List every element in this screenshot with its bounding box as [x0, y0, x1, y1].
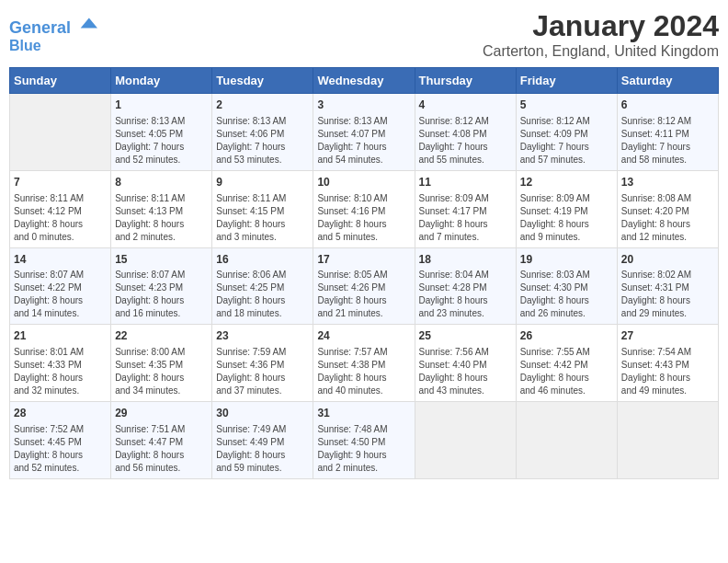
- cell-content: Sunrise: 8:13 AM Sunset: 4:07 PM Dayligh…: [317, 115, 410, 167]
- cell-content: Sunrise: 8:01 AM Sunset: 4:33 PM Dayligh…: [14, 346, 107, 397]
- cell-content: Sunrise: 7:55 AM Sunset: 4:42 PM Dayligh…: [520, 346, 613, 397]
- cell-content: Sunrise: 8:09 AM Sunset: 4:19 PM Dayligh…: [520, 192, 613, 244]
- day-number: 26: [520, 328, 613, 344]
- calendar-cell: 30Sunrise: 7:49 AM Sunset: 4:49 PM Dayli…: [212, 402, 313, 479]
- calendar-cell: 11Sunrise: 8:09 AM Sunset: 4:17 PM Dayli…: [415, 170, 516, 247]
- day-number: 3: [317, 98, 410, 113]
- cell-content: Sunrise: 8:12 AM Sunset: 4:09 PM Dayligh…: [520, 115, 613, 167]
- calendar-cell: 2Sunrise: 8:13 AM Sunset: 4:06 PM Daylig…: [212, 94, 313, 171]
- day-number: 21: [14, 328, 107, 344]
- day-number: 24: [317, 328, 410, 344]
- calendar-table: SundayMondayTuesdayWednesdayThursdayFrid…: [9, 67, 719, 479]
- cell-content: Sunrise: 7:51 AM Sunset: 4:47 PM Dayligh…: [115, 423, 208, 475]
- day-number: 15: [115, 252, 208, 268]
- header: General Blue January 2024 Carterton, Eng…: [9, 9, 719, 60]
- header-wednesday: Wednesday: [313, 68, 415, 94]
- day-number: 1: [115, 98, 208, 113]
- calendar-cell: 23Sunrise: 7:59 AM Sunset: 4:36 PM Dayli…: [212, 325, 313, 402]
- day-number: 12: [520, 175, 613, 190]
- day-number: 8: [115, 175, 208, 190]
- day-number: 25: [419, 328, 512, 344]
- cell-content: Sunrise: 7:54 AM Sunset: 4:43 PM Dayligh…: [621, 346, 714, 397]
- cell-content: Sunrise: 8:08 AM Sunset: 4:20 PM Dayligh…: [621, 192, 714, 244]
- cell-content: Sunrise: 8:04 AM Sunset: 4:28 PM Dayligh…: [419, 269, 512, 320]
- calendar-cell: 9Sunrise: 8:11 AM Sunset: 4:15 PM Daylig…: [212, 170, 313, 247]
- title-area: January 2024 Carterton, England, United …: [483, 9, 719, 60]
- calendar-cell: 21Sunrise: 8:01 AM Sunset: 4:33 PM Dayli…: [10, 325, 111, 402]
- cell-content: Sunrise: 7:52 AM Sunset: 4:45 PM Dayligh…: [14, 423, 107, 475]
- day-number: 30: [216, 406, 309, 421]
- header-sunday: Sunday: [10, 68, 111, 94]
- calendar-cell: 3Sunrise: 8:13 AM Sunset: 4:07 PM Daylig…: [313, 94, 415, 171]
- calendar-cell: 31Sunrise: 7:48 AM Sunset: 4:50 PM Dayli…: [313, 402, 415, 479]
- calendar-cell: 26Sunrise: 7:55 AM Sunset: 4:42 PM Dayli…: [516, 325, 617, 402]
- header-tuesday: Tuesday: [212, 68, 313, 94]
- cell-content: Sunrise: 8:13 AM Sunset: 4:06 PM Dayligh…: [216, 115, 309, 167]
- calendar-cell: 28Sunrise: 7:52 AM Sunset: 4:45 PM Dayli…: [10, 402, 111, 479]
- day-number: 11: [419, 175, 512, 190]
- cell-content: Sunrise: 7:56 AM Sunset: 4:40 PM Dayligh…: [419, 346, 512, 397]
- day-number: 6: [621, 98, 714, 113]
- day-number: 2: [216, 98, 309, 113]
- svg-marker-0: [81, 18, 97, 29]
- calendar-cell: 19Sunrise: 8:03 AM Sunset: 4:30 PM Dayli…: [516, 247, 617, 325]
- week-row-5: 28Sunrise: 7:52 AM Sunset: 4:45 PM Dayli…: [10, 402, 719, 479]
- calendar-cell: 12Sunrise: 8:09 AM Sunset: 4:19 PM Dayli…: [516, 170, 617, 247]
- calendar-cell: [516, 402, 617, 479]
- day-number: 23: [216, 328, 309, 344]
- day-number: 31: [317, 406, 410, 421]
- day-number: 29: [115, 406, 208, 421]
- cell-content: Sunrise: 8:00 AM Sunset: 4:35 PM Dayligh…: [115, 346, 208, 397]
- cell-content: Sunrise: 8:11 AM Sunset: 4:15 PM Dayligh…: [216, 192, 309, 244]
- cell-content: Sunrise: 8:09 AM Sunset: 4:17 PM Dayligh…: [419, 192, 512, 244]
- day-number: 19: [520, 252, 613, 268]
- logo-icon: [77, 13, 97, 33]
- logo-text: General: [9, 13, 97, 38]
- week-row-1: 1Sunrise: 8:13 AM Sunset: 4:05 PM Daylig…: [10, 94, 719, 171]
- calendar-cell: 5Sunrise: 8:12 AM Sunset: 4:09 PM Daylig…: [516, 94, 617, 171]
- day-number: 14: [14, 252, 107, 268]
- day-number: 16: [216, 252, 309, 268]
- calendar-cell: 18Sunrise: 8:04 AM Sunset: 4:28 PM Dayli…: [415, 247, 516, 325]
- subtitle: Carterton, England, United Kingdom: [483, 43, 719, 60]
- calendar-cell: 4Sunrise: 8:12 AM Sunset: 4:08 PM Daylig…: [415, 94, 516, 171]
- calendar-cell: 24Sunrise: 7:57 AM Sunset: 4:38 PM Dayli…: [313, 325, 415, 402]
- day-number: 20: [621, 252, 714, 268]
- calendar-cell: 14Sunrise: 8:07 AM Sunset: 4:22 PM Dayli…: [10, 247, 111, 325]
- calendar-cell: 15Sunrise: 8:07 AM Sunset: 4:23 PM Dayli…: [111, 247, 212, 325]
- week-row-2: 7Sunrise: 8:11 AM Sunset: 4:12 PM Daylig…: [10, 170, 719, 247]
- cell-content: Sunrise: 7:48 AM Sunset: 4:50 PM Dayligh…: [317, 423, 410, 475]
- cell-content: Sunrise: 8:10 AM Sunset: 4:16 PM Dayligh…: [317, 192, 410, 244]
- cell-content: Sunrise: 8:07 AM Sunset: 4:23 PM Dayligh…: [115, 269, 208, 320]
- calendar-cell: 27Sunrise: 7:54 AM Sunset: 4:43 PM Dayli…: [617, 325, 718, 402]
- cell-content: Sunrise: 8:02 AM Sunset: 4:31 PM Dayligh…: [621, 269, 714, 320]
- header-friday: Friday: [516, 68, 617, 94]
- calendar-cell: [415, 402, 516, 479]
- main-title: January 2024: [483, 9, 719, 43]
- cell-content: Sunrise: 8:12 AM Sunset: 4:08 PM Dayligh…: [419, 115, 512, 167]
- day-number: 7: [14, 175, 107, 190]
- cell-content: Sunrise: 8:11 AM Sunset: 4:12 PM Dayligh…: [14, 192, 107, 244]
- day-number: 5: [520, 98, 613, 113]
- cell-content: Sunrise: 8:03 AM Sunset: 4:30 PM Dayligh…: [520, 269, 613, 320]
- logo-general: General: [9, 18, 71, 37]
- cell-content: Sunrise: 7:57 AM Sunset: 4:38 PM Dayligh…: [317, 346, 410, 397]
- cell-content: Sunrise: 8:13 AM Sunset: 4:05 PM Dayligh…: [115, 115, 208, 167]
- calendar-cell: 29Sunrise: 7:51 AM Sunset: 4:47 PM Dayli…: [111, 402, 212, 479]
- calendar-cell: 1Sunrise: 8:13 AM Sunset: 4:05 PM Daylig…: [111, 94, 212, 171]
- header-saturday: Saturday: [617, 68, 718, 94]
- calendar-cell: 20Sunrise: 8:02 AM Sunset: 4:31 PM Dayli…: [617, 247, 718, 325]
- week-row-3: 14Sunrise: 8:07 AM Sunset: 4:22 PM Dayli…: [10, 247, 719, 325]
- day-number: 13: [621, 175, 714, 190]
- cell-content: Sunrise: 8:11 AM Sunset: 4:13 PM Dayligh…: [115, 192, 208, 244]
- cell-content: Sunrise: 8:07 AM Sunset: 4:22 PM Dayligh…: [14, 269, 107, 320]
- day-number: 10: [317, 175, 410, 190]
- header-row: SundayMondayTuesdayWednesdayThursdayFrid…: [10, 68, 719, 94]
- day-number: 18: [419, 252, 512, 268]
- calendar-cell: 16Sunrise: 8:06 AM Sunset: 4:25 PM Dayli…: [212, 247, 313, 325]
- cell-content: Sunrise: 7:59 AM Sunset: 4:36 PM Dayligh…: [216, 346, 309, 397]
- cell-content: Sunrise: 8:12 AM Sunset: 4:11 PM Dayligh…: [621, 115, 714, 167]
- day-number: 17: [317, 252, 410, 268]
- day-number: 9: [216, 175, 309, 190]
- calendar-cell: 22Sunrise: 8:00 AM Sunset: 4:35 PM Dayli…: [111, 325, 212, 402]
